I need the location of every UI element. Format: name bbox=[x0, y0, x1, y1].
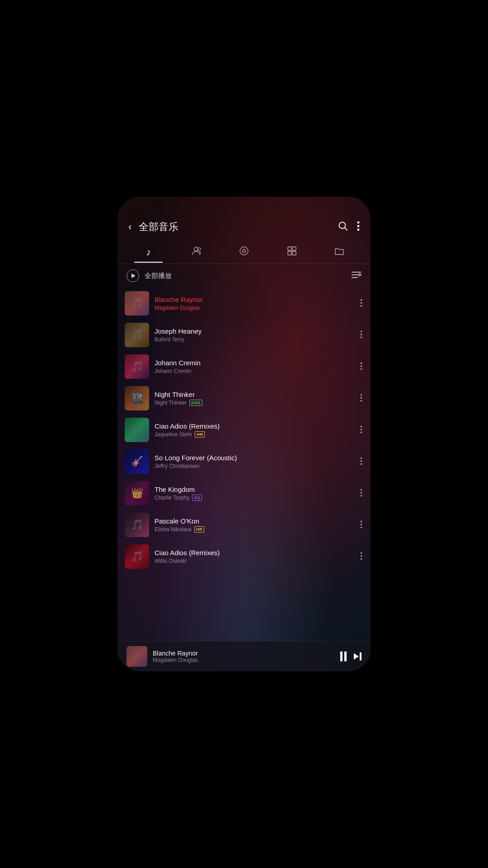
svg-point-37 bbox=[361, 495, 362, 497]
song-more-button[interactable] bbox=[359, 297, 363, 309]
song-title: Joseph Heaney bbox=[155, 327, 354, 335]
svg-point-25 bbox=[361, 368, 362, 370]
song-artist: Johann Cremin bbox=[155, 368, 191, 374]
song-thumbnail: 👑 bbox=[125, 481, 149, 505]
song-thumbnail: 🎸 bbox=[125, 449, 149, 474]
music-icon: ♪ bbox=[146, 246, 151, 258]
song-info: Johann Cremin Johann Cremin bbox=[155, 359, 354, 374]
list-item[interactable]: 🎵 Joseph Heaney Buford Terry bbox=[117, 319, 371, 351]
song-thumbnail: 🎵 bbox=[125, 544, 149, 569]
svg-point-40 bbox=[361, 527, 362, 528]
list-item[interactable]: 👑 The Kingdom Charlie Torphy SQ bbox=[117, 477, 371, 509]
play-all-bar: 全部播放 bbox=[117, 264, 371, 288]
song-more-button[interactable] bbox=[359, 392, 363, 404]
list-item[interactable]: 🎶 Ciao Adios (Remixes) Jaqueline Stehr H… bbox=[117, 414, 371, 446]
play-all-label: 全部播放 bbox=[145, 272, 346, 280]
svg-point-34 bbox=[361, 463, 362, 465]
header: ‹ 全部音乐 bbox=[117, 197, 371, 240]
screen: ‹ 全部音乐 bbox=[117, 197, 371, 671]
sort-icon[interactable] bbox=[352, 271, 361, 281]
song-thumbnail: 🎵 bbox=[125, 323, 149, 347]
svg-point-28 bbox=[361, 400, 362, 402]
song-title: Night Thinker bbox=[155, 391, 354, 398]
list-item[interactable]: 🎵 Ciao Adios (Remixes) Willis Osinski bbox=[117, 541, 371, 572]
svg-point-38 bbox=[361, 521, 362, 523]
song-title: The Kingdom bbox=[155, 486, 354, 493]
svg-point-20 bbox=[361, 331, 362, 333]
song-more-button[interactable] bbox=[359, 487, 363, 499]
now-playing-bar[interactable]: 🎵 Blanche Raynor Magdalen Douglas bbox=[117, 641, 371, 671]
svg-rect-10 bbox=[288, 247, 291, 250]
search-icon[interactable] bbox=[338, 221, 348, 233]
song-artist: Willis Osinski bbox=[155, 558, 187, 564]
svg-point-9 bbox=[244, 250, 244, 251]
playlists-icon bbox=[286, 245, 297, 259]
song-info: Night Thinker Night Thinker DSD bbox=[155, 391, 354, 406]
svg-point-32 bbox=[361, 458, 362, 459]
song-artist: Magdalen Douglas bbox=[155, 305, 200, 311]
more-options-icon[interactable] bbox=[357, 221, 360, 233]
svg-point-22 bbox=[361, 337, 362, 339]
svg-point-5 bbox=[194, 247, 198, 251]
song-more-button[interactable] bbox=[359, 550, 363, 562]
song-info: Ciao Adios (Remixes) Willis Osinski bbox=[155, 549, 354, 564]
song-more-button[interactable] bbox=[359, 360, 363, 373]
song-title: Ciao Adios (Remixes) bbox=[155, 549, 354, 557]
list-item[interactable]: 🎵 Johann Cremin Johann Cremin bbox=[117, 351, 371, 382]
svg-point-35 bbox=[361, 489, 362, 491]
song-more-button[interactable] bbox=[359, 329, 363, 341]
svg-point-2 bbox=[357, 221, 360, 223]
svg-line-1 bbox=[345, 227, 347, 230]
song-meta: Night Thinker DSD bbox=[155, 400, 354, 406]
list-item[interactable]: 🎸 So Long Forever (Acoustic) Jeffry Chri… bbox=[117, 446, 371, 477]
play-all-button[interactable] bbox=[127, 269, 139, 282]
tab-folders[interactable] bbox=[315, 242, 363, 264]
tab-playlists[interactable] bbox=[268, 242, 316, 264]
pause-button[interactable] bbox=[340, 651, 347, 661]
song-meta: Jaqueline Stehr HR bbox=[155, 431, 354, 438]
tab-albums[interactable] bbox=[220, 242, 268, 264]
song-meta: Jeffry Christiansen bbox=[155, 463, 354, 469]
song-list: 🎵 Blanche Raynor Magdalen Douglas bbox=[117, 288, 371, 641]
back-button[interactable]: ‹ bbox=[128, 219, 135, 235]
svg-point-30 bbox=[361, 429, 362, 430]
song-title: Pascale O'Kon bbox=[155, 517, 354, 525]
svg-point-41 bbox=[361, 552, 362, 554]
song-meta: Elisha Nikolaus HR bbox=[155, 526, 354, 533]
tab-artists[interactable] bbox=[173, 242, 221, 264]
svg-point-27 bbox=[361, 397, 362, 399]
list-item[interactable]: 🎵 Blanche Raynor Magdalen Douglas bbox=[117, 288, 371, 319]
svg-point-24 bbox=[361, 365, 362, 367]
song-more-button[interactable] bbox=[359, 455, 363, 467]
artists-icon bbox=[191, 245, 202, 259]
next-button[interactable] bbox=[354, 652, 361, 660]
song-title: So Long Forever (Acoustic) bbox=[155, 454, 354, 462]
now-playing-thumbnail: 🎵 bbox=[127, 646, 147, 667]
svg-point-21 bbox=[361, 334, 362, 335]
page-title: 全部音乐 bbox=[139, 220, 334, 234]
song-title: Johann Cremin bbox=[155, 359, 354, 367]
song-meta: Johann Cremin bbox=[155, 368, 354, 374]
now-playing-title: Blanche Raynor bbox=[153, 650, 335, 657]
song-title: Blanche Raynor bbox=[155, 296, 354, 303]
list-item[interactable]: 🎵 Pascale O'Kon Elisha Nikolaus HR bbox=[117, 509, 371, 541]
tab-songs[interactable]: ♪ bbox=[125, 243, 173, 263]
now-playing-controls bbox=[340, 651, 361, 661]
svg-point-29 bbox=[361, 426, 362, 428]
song-artist: Jeffry Christiansen bbox=[155, 463, 199, 469]
song-more-button[interactable] bbox=[359, 424, 363, 436]
song-thumbnail: 🎶 bbox=[125, 418, 149, 442]
svg-point-19 bbox=[361, 305, 362, 307]
song-artist: Charlie Torphy bbox=[155, 495, 189, 501]
svg-point-39 bbox=[361, 524, 362, 525]
song-more-button[interactable] bbox=[359, 519, 363, 531]
phone-container: ‹ 全部音乐 bbox=[117, 197, 371, 671]
svg-point-18 bbox=[361, 302, 362, 304]
tab-bar: ♪ bbox=[117, 240, 371, 264]
song-meta: Buford Terry bbox=[155, 336, 354, 343]
header-icons bbox=[338, 221, 360, 233]
now-playing-info: Blanche Raynor Magdalen Douglas bbox=[153, 650, 335, 663]
svg-point-43 bbox=[361, 558, 362, 560]
quality-badge-hr: HR bbox=[194, 526, 204, 533]
list-item[interactable]: 🌃 Night Thinker Night Thinker DSD bbox=[117, 382, 371, 414]
